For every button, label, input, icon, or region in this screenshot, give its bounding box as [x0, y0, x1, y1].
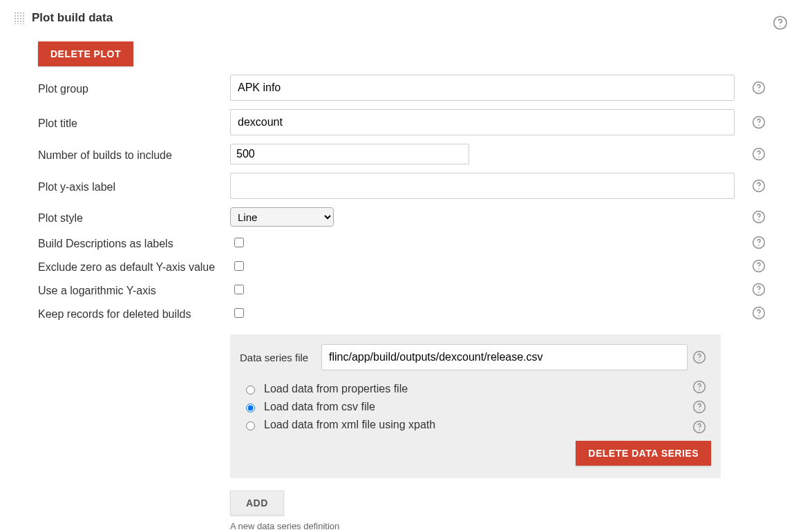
load-properties-label: Load data from properties file [264, 383, 408, 395]
exclude-zero-label: Exclude zero as default Y-axis value [38, 258, 230, 274]
keep-deleted-checkbox[interactable] [234, 308, 244, 318]
section-header: Plot build data [14, 11, 789, 25]
series-file-label: Data series file [240, 352, 321, 363]
svg-point-23 [699, 390, 700, 391]
delete-plot-button[interactable]: DELETE PLOT [38, 41, 133, 66]
svg-point-27 [699, 429, 700, 430]
svg-point-3 [758, 90, 759, 91]
help-icon[interactable] [752, 115, 766, 129]
help-icon[interactable] [752, 283, 766, 296]
add-button[interactable]: ADD [230, 491, 284, 515]
load-csv-label: Load data from csv file [264, 401, 375, 413]
exclude-zero-checkbox[interactable] [234, 261, 244, 271]
help-icon[interactable] [752, 81, 766, 95]
plot-group-label: Plot group [38, 80, 230, 95]
svg-point-11 [758, 219, 759, 220]
plot-style-select[interactable]: Line [230, 207, 334, 227]
plot-style-label: Plot style [38, 209, 230, 225]
svg-point-15 [758, 268, 759, 269]
help-icon[interactable] [752, 236, 766, 249]
svg-point-5 [758, 124, 759, 126]
help-icon[interactable] [752, 210, 766, 224]
svg-point-21 [699, 359, 700, 361]
section-title: Plot build data [32, 11, 113, 25]
keep-deleted-label: Keep records for deleted builds [38, 305, 230, 321]
svg-point-13 [758, 245, 759, 246]
help-icon[interactable] [692, 380, 706, 394]
build-desc-checkbox[interactable] [234, 238, 244, 247]
delete-data-series-button[interactable]: DELETE DATA SERIES [576, 441, 711, 466]
svg-point-1 [780, 26, 781, 27]
data-series-box: Data series file Load data from properti… [230, 334, 721, 478]
log-y-checkbox[interactable] [234, 285, 244, 294]
svg-point-9 [758, 188, 759, 189]
series-file-input[interactable] [321, 344, 688, 370]
log-y-label: Use a logarithmic Y-axis [38, 282, 230, 297]
help-icon[interactable] [752, 306, 766, 320]
drag-handle-icon[interactable] [14, 12, 25, 24]
num-builds-label: Number of builds to include [38, 146, 230, 162]
y-axis-label: Plot y-axis label [38, 178, 230, 193]
load-properties-radio[interactable] [246, 386, 255, 395]
help-icon[interactable] [773, 15, 788, 30]
svg-point-7 [758, 156, 759, 158]
svg-point-17 [758, 292, 759, 293]
svg-point-25 [699, 409, 700, 410]
svg-point-19 [758, 315, 759, 316]
help-icon[interactable] [752, 259, 766, 273]
load-csv-radio[interactable] [246, 403, 255, 412]
plot-title-label: Plot title [38, 115, 230, 130]
load-xml-label: Load data from xml file using xpath [264, 419, 435, 431]
help-icon[interactable] [692, 420, 706, 434]
y-axis-input[interactable] [230, 173, 735, 199]
add-hint: A new data series definition [230, 521, 721, 531]
help-icon[interactable] [692, 400, 706, 414]
help-icon[interactable] [692, 350, 706, 364]
build-desc-label: Build Descriptions as labels [38, 235, 230, 250]
plot-group-input[interactable] [230, 75, 735, 101]
plot-title-input[interactable] [230, 109, 735, 135]
num-builds-input[interactable] [230, 144, 469, 164]
help-icon[interactable] [752, 147, 766, 161]
help-icon[interactable] [752, 179, 766, 193]
load-xml-radio[interactable] [246, 421, 255, 430]
